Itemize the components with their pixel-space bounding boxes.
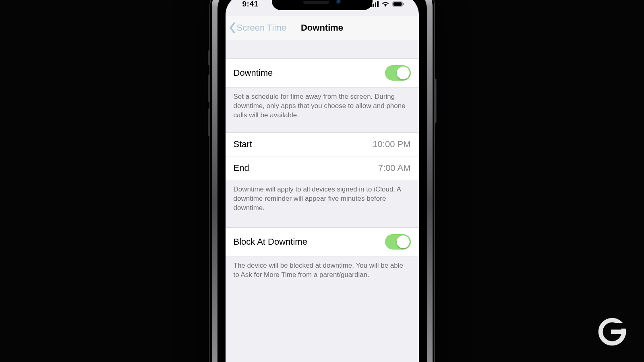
navigation-bar: Screen Time Downtime: [226, 16, 419, 40]
earpiece-speaker: [303, 1, 329, 4]
schedule-description: Downtime will apply to all devices signe…: [226, 180, 419, 213]
phone-rim: 9:41: [212, 0, 433, 362]
phone-body: 9:41: [209, 0, 435, 362]
svg-rect-1: [393, 2, 402, 6]
svg-rect-5: [611, 330, 622, 334]
display-notch: [272, 0, 373, 10]
start-value: 10:00 PM: [373, 139, 410, 150]
phone-screen: 9:41: [226, 0, 419, 362]
battery-icon: [392, 1, 404, 7]
downtime-toggle[interactable]: [385, 65, 411, 81]
status-time: 9:41: [237, 0, 259, 8]
block-at-downtime-toggle[interactable]: [385, 234, 411, 250]
block-toggle-label: Block At Downtime: [234, 237, 307, 247]
start-label: Start: [234, 139, 252, 150]
phone-device: 9:41: [209, 0, 435, 362]
watermark-logo: [596, 316, 628, 347]
settings-content[interactable]: Downtime Set a schedule for time away fr…: [226, 40, 419, 362]
wifi-icon: [381, 1, 389, 7]
page-title: Downtime: [301, 23, 343, 33]
end-label: End: [234, 163, 249, 173]
svg-rect-2: [403, 3, 404, 5]
downtime-toggle-row[interactable]: Downtime: [226, 58, 419, 87]
end-time-row[interactable]: End 7:00 AM: [226, 156, 419, 180]
front-camera: [336, 0, 341, 4]
svg-rect-4: [612, 323, 627, 329]
downtime-toggle-label: Downtime: [234, 68, 273, 78]
back-label: Screen Time: [237, 23, 287, 33]
start-time-row[interactable]: Start 10:00 PM: [226, 132, 419, 156]
chevron-left-icon: [229, 22, 236, 33]
downtime-description: Set a schedule for time away from the sc…: [226, 87, 419, 120]
phone-inner: 9:41: [217, 0, 427, 362]
block-at-downtime-row[interactable]: Block At Downtime: [226, 227, 419, 256]
back-button[interactable]: Screen Time: [226, 22, 287, 33]
end-value: 7:00 AM: [378, 163, 411, 173]
status-icons: [371, 1, 408, 7]
block-description: The device will be blocked at downtime. …: [226, 256, 419, 280]
